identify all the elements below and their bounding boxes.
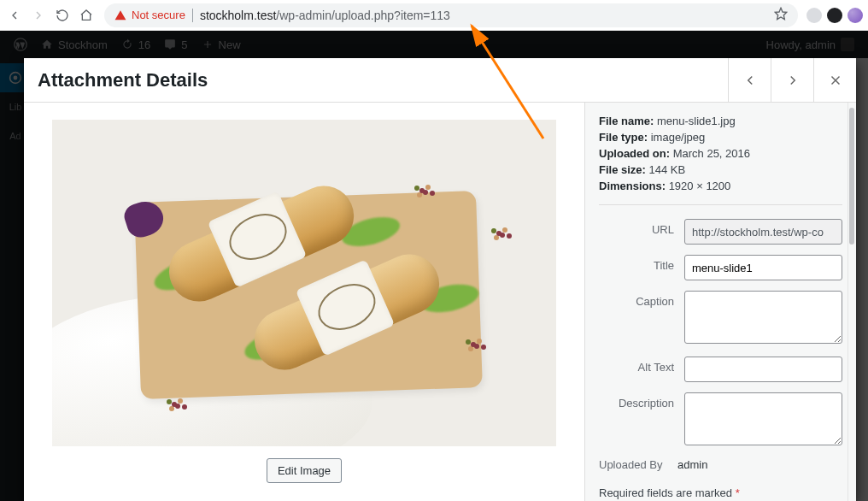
uploaded-by-row: Uploaded By admin xyxy=(599,458,842,471)
attachment-image xyxy=(52,120,556,446)
meta-file-type: File type: image/jpeg xyxy=(599,131,842,144)
url-label: URL xyxy=(599,219,684,236)
caption-label: Caption xyxy=(599,291,684,308)
meta-file-size: File size: 144 KB xyxy=(599,163,842,176)
attachment-preview-pane: Edit Image xyxy=(24,103,584,501)
extension-icon[interactable] xyxy=(806,8,822,23)
address-bar[interactable]: Not secure stockholm.test/wp-admin/uploa… xyxy=(104,3,798,27)
meta-uploaded-on: Uploaded on: March 25, 2016 xyxy=(599,147,842,160)
url-divider xyxy=(192,9,193,22)
warning-icon xyxy=(114,9,126,21)
divider xyxy=(599,204,842,205)
back-button[interactable] xyxy=(5,6,24,25)
url-field[interactable] xyxy=(684,219,842,245)
not-secure-indicator: Not secure xyxy=(114,9,185,21)
svg-marker-0 xyxy=(775,8,786,19)
meta-file-name: File name: menu-slide1.jpg xyxy=(599,115,842,127)
url-text: stockholm.test/wp-admin/upload.php?item=… xyxy=(200,9,767,22)
meta-dimensions: Dimensions: 1920 × 1200 xyxy=(599,180,842,192)
url-host: stockholm.test xyxy=(200,9,276,22)
description-label: Description xyxy=(599,392,684,410)
close-modal-button[interactable] xyxy=(813,58,856,103)
prev-attachment-button[interactable] xyxy=(728,58,771,103)
modal-header: Attachment Details xyxy=(24,58,856,103)
profile-avatar-icon[interactable] xyxy=(847,8,863,23)
url-path: /wp-admin/upload.php?item=113 xyxy=(276,9,450,22)
description-field[interactable] xyxy=(684,392,842,445)
home-button[interactable] xyxy=(77,6,96,25)
title-label: Title xyxy=(599,255,684,272)
edit-image-button[interactable]: Edit Image xyxy=(267,458,342,483)
attachment-details-modal: Attachment Details Edit Image File name:… xyxy=(24,58,856,501)
modal-title: Attachment Details xyxy=(24,69,728,91)
details-scrollbar[interactable] xyxy=(847,103,856,501)
extension-icon[interactable] xyxy=(827,8,842,23)
title-field[interactable] xyxy=(684,255,842,280)
required-fields-note: Required fields are marked * xyxy=(599,486,842,499)
modal-body: Edit Image File name: menu-slide1.jpg Fi… xyxy=(24,103,856,501)
not-secure-label: Not secure xyxy=(132,9,185,21)
scrollbar-thumb[interactable] xyxy=(849,108,854,245)
caption-field[interactable] xyxy=(684,291,842,344)
forward-button[interactable] xyxy=(29,6,48,25)
browser-toolbar: Not secure stockholm.test/wp-admin/uploa… xyxy=(0,0,868,31)
bookmark-star-icon[interactable] xyxy=(774,7,788,24)
alt-text-label: Alt Text xyxy=(599,357,684,374)
alt-text-field[interactable] xyxy=(684,357,842,382)
reload-button[interactable] xyxy=(53,6,72,25)
uploaded-by-label: Uploaded By xyxy=(599,458,662,471)
attachment-details-pane: File name: menu-slide1.jpg File type: im… xyxy=(584,103,856,501)
next-attachment-button[interactable] xyxy=(771,58,813,103)
uploaded-by-value: admin xyxy=(677,458,707,471)
